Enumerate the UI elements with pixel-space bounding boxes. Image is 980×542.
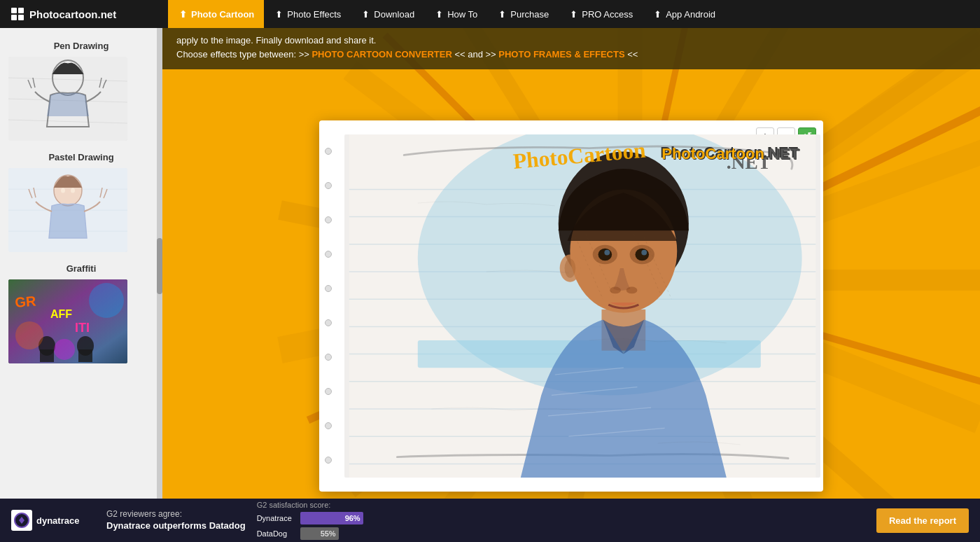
nav-photo-effects[interactable]: ⬆ Photo Effects [264, 0, 351, 28]
svg-point-32 [61, 188, 65, 193]
svg-rect-42 [78, 349, 92, 362]
sketch-logo: PhotoCartoon.NET [662, 145, 799, 163]
sidebar-scrollbar[interactable] [157, 28, 162, 542]
hole-1 [325, 148, 332, 155]
sidebar-item-pen-drawing[interactable]: Pen Drawing [0, 35, 162, 146]
svg-point-71 [565, 258, 576, 277]
datadog-bar: DataDog 55% [257, 527, 369, 540]
app-android-icon: ⬆ [652, 9, 662, 19]
photo-effects-icon: ⬆ [274, 9, 284, 19]
purchase-icon: ⬆ [497, 9, 507, 19]
svg-point-33 [71, 188, 75, 193]
svg-point-66 [604, 249, 610, 255]
graffiti-thumb[interactable]: GR AFF ITI [8, 279, 127, 363]
sketch-canvas: PhotoCartoon.NET [344, 134, 820, 478]
sidebar-content: Pen Drawing [0, 28, 162, 542]
nav-how-to[interactable]: ⬆ How To [424, 0, 487, 28]
read-report-button[interactable]: Read the report [876, 508, 969, 533]
nav-app-android[interactable]: ⬆ App Android [643, 0, 725, 28]
hole-4 [325, 251, 332, 258]
pen-drawing-thumb[interactable] [8, 57, 127, 141]
photo-cartoon-icon: ⬆ [178, 9, 188, 19]
dynatrace-logo: dynatrace [11, 510, 95, 531]
nav-pro-access[interactable]: ⬆ PRO Access [559, 0, 643, 28]
svg-point-65 [635, 248, 649, 260]
hole-6 [325, 319, 332, 326]
download-icon: ⬆ [360, 9, 370, 19]
sidebar-item-pastel-drawing[interactable]: Pastel Drawing [0, 146, 162, 258]
ad-text: G2 reviewers agree: Dynatrace outperform… [106, 508, 246, 533]
svg-point-68 [610, 286, 621, 293]
svg-point-43 [15, 321, 43, 349]
svg-rect-40 [40, 349, 54, 362]
hole-8 [325, 388, 332, 395]
svg-point-44 [89, 283, 124, 318]
dynatrace-bar: Dynatrace 96% [257, 512, 369, 524]
hole-3 [325, 216, 332, 223]
logo-icon [11, 8, 24, 20]
main-area: apply to the image. Finally download and… [162, 28, 980, 542]
svg-point-45 [54, 339, 75, 360]
svg-text:ITI: ITI [75, 321, 90, 335]
hole-9 [325, 422, 332, 429]
satisfaction-block: G2 satisfaction score: Dynatrace 96% Dat… [257, 501, 369, 540]
ad-banner: dynatrace G2 reviewers agree: Dynatrace … [0, 499, 980, 542]
how-to-icon: ⬆ [434, 9, 444, 19]
image-frame: + − ↺ [319, 120, 823, 492]
pastel-drawing-thumb[interactable] [8, 168, 127, 252]
main-nav: ⬆ Photo Cartoon ⬆ Photo Effects ⬆ Downlo… [168, 0, 725, 28]
dynatrace-icon [11, 510, 32, 531]
svg-point-69 [626, 286, 638, 293]
notebook-holes [325, 134, 332, 478]
header: Photocartoon.net ⬆ Photo Cartoon ⬆ Photo… [0, 0, 980, 28]
nav-download[interactable]: ⬆ Download [351, 0, 424, 28]
sidebar: Pen Drawing [0, 28, 162, 542]
svg-point-64 [598, 248, 612, 260]
hole-2 [325, 182, 332, 189]
hole-5 [325, 285, 332, 292]
canvas-area: + − ↺ [162, 69, 980, 542]
svg-text:GR: GR [14, 293, 36, 310]
hole-7 [325, 354, 332, 361]
hole-10 [325, 457, 332, 464]
sidebar-item-graffiti[interactable]: Graffiti GR [0, 258, 162, 369]
dynatrace-fill: 96% [300, 512, 363, 524]
logo-area[interactable]: Photocartoon.net [0, 8, 168, 20]
nav-purchase[interactable]: ⬆ Purchase [487, 0, 559, 28]
nav-photo-cartoon[interactable]: ⬆ Photo Cartoon [168, 0, 264, 28]
info-bar: apply to the image. Finally download and… [162, 28, 980, 69]
pro-access-icon: ⬆ [568, 9, 578, 19]
svg-text:AFF: AFF [50, 308, 72, 320]
datadog-fill: 55% [300, 527, 339, 540]
logo-text: Photocartoon.net [29, 8, 116, 20]
info-text-2: Choose effects type between: >> PHOTO CA… [176, 48, 966, 62]
info-text-1: apply to the image. Finally download and… [176, 34, 966, 48]
sidebar-scrollbar-thumb[interactable] [157, 238, 162, 294]
